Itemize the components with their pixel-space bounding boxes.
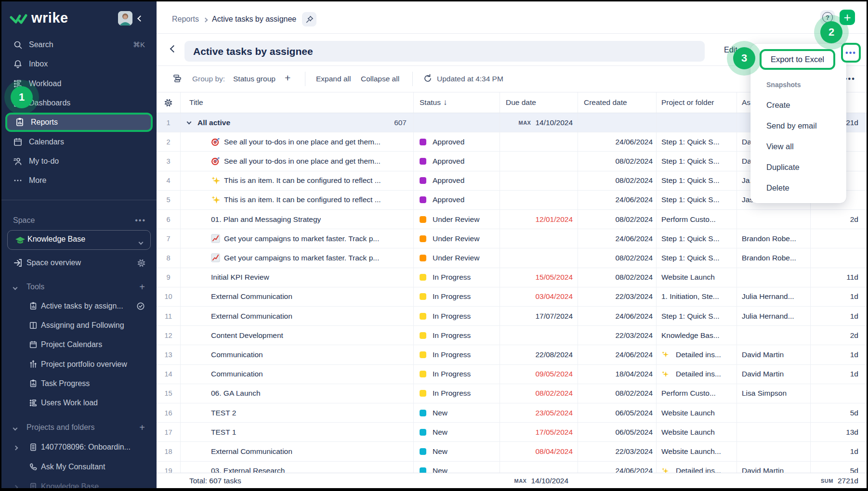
- sidebar-project--onboardin-[interactable]: 1407708096: Onboardin...: [1, 437, 157, 457]
- report-more-button[interactable]: •••: [841, 43, 861, 63]
- space-selector[interactable]: Knowledge Base: [7, 230, 151, 250]
- table-row[interactable]: 16TEST 2New23/05/202406/05/2024Website L…: [157, 403, 867, 423]
- group-by-label: Group by:: [192, 75, 225, 83]
- task-assignee: [737, 403, 811, 422]
- report-title-input[interactable]: Active tasks by assignee: [184, 41, 705, 62]
- sidebar-item-reports[interactable]: Reports: [5, 113, 153, 132]
- task-project: Perform Custo...: [657, 384, 737, 403]
- task-project: Step 1: Quick S...: [657, 248, 737, 267]
- table-row[interactable]: 17TEST 1New17/05/202406/05/2024Website L…: [157, 423, 867, 442]
- column-header-status[interactable]: Status ↓: [414, 92, 500, 113]
- add-project-icon[interactable]: +: [139, 422, 145, 433]
- table-row[interactable]: 12Content DevelopmentIn Progress22/03/20…: [157, 326, 867, 345]
- add-tool-icon[interactable]: +: [139, 282, 145, 293]
- sidebar-tool-task-progress[interactable]: Task Progress: [1, 374, 157, 393]
- row-number: 14: [157, 365, 181, 384]
- table-row[interactable]: 8Get your campaigns to market faster. Tr…: [157, 248, 867, 268]
- add-button[interactable]: +: [840, 10, 855, 25]
- task-due-date: 08/04/2024: [500, 442, 578, 461]
- row-number: 2: [157, 132, 181, 151]
- sidebar-item-inbox[interactable]: Inbox: [1, 54, 157, 74]
- collapse-all-button[interactable]: Collapse all: [361, 75, 399, 83]
- sidebar-item-my-to-do[interactable]: My to-do: [1, 152, 157, 171]
- sidebar-item-calendars[interactable]: Calendars: [1, 132, 157, 151]
- task-created-date: 18/04/2024: [578, 365, 657, 384]
- task-assignee: David Martin: [737, 365, 811, 384]
- table-row[interactable]: 7Get your campaigns to market faster. Tr…: [157, 229, 867, 248]
- export-to-excel-menu-item[interactable]: Export to Excel: [760, 49, 835, 70]
- table-row[interactable]: 18External CommunicationNew08/04/202422/…: [157, 442, 867, 461]
- task-assignee: Julia Hernand...: [737, 287, 811, 306]
- sparkles-emoji-icon: [661, 371, 669, 378]
- board-icon: [29, 321, 38, 330]
- back-button[interactable]: [171, 45, 176, 53]
- sidebar-item-search[interactable]: Search⌘K: [1, 35, 157, 54]
- sidebar-collapse-button[interactable]: [135, 14, 145, 24]
- table-row[interactable]: 11External CommunicationIn Progress17/07…: [157, 307, 867, 326]
- task-status: In Progress: [414, 268, 500, 287]
- task-title: Content Development: [181, 326, 414, 345]
- portfolio-icon: [29, 360, 38, 369]
- projects-list: 1407708096: Onboardin...Ask My Consultan…: [1, 437, 157, 488]
- space-settings-gear-icon[interactable]: [137, 258, 146, 268]
- row-number: 6: [157, 210, 181, 229]
- person-icon: [13, 156, 23, 166]
- avatar[interactable]: [118, 11, 132, 26]
- breadcrumb-reports-link[interactable]: Reports: [172, 15, 199, 24]
- column-header-due-date[interactable]: Due date: [500, 92, 578, 113]
- sidebar-tool-assigning-and-following[interactable]: Assigning and Following: [1, 316, 157, 335]
- sort-descending-icon: ↓: [443, 98, 447, 107]
- task-duration: 1d: [811, 345, 863, 364]
- sidebar-tool-project-calendars[interactable]: Project Calendars: [1, 335, 157, 354]
- column-settings-gear-icon[interactable]: [157, 92, 181, 113]
- task-project: Detailed ins...: [657, 345, 737, 364]
- search-icon: [13, 40, 23, 50]
- sidebar-project-knowledge-base[interactable]: Knowledge Base: [1, 477, 157, 488]
- task-duration: [811, 384, 863, 403]
- created-cell: [578, 113, 657, 132]
- menu-item-view-all[interactable]: View all: [766, 136, 794, 157]
- table-row[interactable]: 14CommunicationIn Progress09/05/202418/0…: [157, 365, 867, 384]
- sidebar-tool-project-portfolio-overview[interactable]: Project portfolio overview: [1, 355, 157, 374]
- task-duration: 1d: [811, 287, 863, 306]
- table-row[interactable]: 601. Plan and Messaging StrategyUnder Re…: [157, 210, 867, 229]
- menu-item-create[interactable]: Create: [766, 95, 790, 116]
- column-header-title[interactable]: Title: [181, 92, 414, 113]
- table-row[interactable]: 10External CommunicationIn Progress03/04…: [157, 287, 867, 307]
- tools-section-header[interactable]: Tools +: [1, 280, 157, 294]
- menu-item-delete[interactable]: Delete: [766, 178, 789, 198]
- table-row[interactable]: 1506. GA LaunchIn Progress08/02/202408/0…: [157, 384, 867, 403]
- table-row[interactable]: 13CommunicationIn Progress22/08/202424/0…: [157, 345, 867, 364]
- wrike-logo-icon: [10, 12, 29, 26]
- menu-item-duplicate[interactable]: Duplicate: [766, 157, 800, 178]
- expand-all-button[interactable]: Expand all: [316, 75, 351, 83]
- check-circle-icon: [136, 302, 145, 310]
- task-title: 06. GA Launch: [181, 384, 414, 403]
- column-header-created-date[interactable]: Created date: [578, 92, 657, 113]
- space-overview-item[interactable]: Space overview: [1, 256, 157, 270]
- sidebar-item-more[interactable]: More: [1, 171, 157, 190]
- space-more-icon[interactable]: •••: [135, 216, 146, 225]
- chevron-down-icon: [139, 237, 143, 246]
- more-icon: [13, 176, 23, 185]
- task-project: Step 1: Quick S...: [657, 191, 737, 209]
- projects-section-header[interactable]: Projects and folders +: [1, 420, 157, 435]
- sidebar-divider: [1, 200, 157, 200]
- table-row[interactable]: 9Initial KPI ReviewIn Progress15/05/2024…: [157, 268, 867, 287]
- task-due-date: 09/05/2024: [500, 365, 578, 384]
- pin-icon[interactable]: [302, 12, 316, 26]
- task-created-date: 22/03/2024: [578, 326, 657, 345]
- column-header-project-or-folder[interactable]: Project or folder: [657, 92, 737, 113]
- sidebar-tool-active-tasks-by-assign-[interactable]: Active tasks by assign...: [1, 297, 157, 316]
- menu-item-send-by-email[interactable]: Send by email: [766, 116, 817, 136]
- group-by-value[interactable]: Status group: [233, 75, 276, 83]
- task-due-date: 22/08/2024: [500, 345, 578, 364]
- task-due-date: 17/07/2024: [500, 307, 578, 325]
- refresh-icon[interactable]: [423, 74, 433, 83]
- task-status: Approved: [414, 191, 500, 209]
- add-group-by-icon[interactable]: +: [285, 72, 290, 84]
- task-status: Approved: [414, 152, 500, 170]
- task-status: Approved: [414, 171, 500, 190]
- sidebar-tool-users-work-load[interactable]: Users Work load: [1, 393, 157, 413]
- sidebar-project-ask-my-consultant[interactable]: Ask My Consultant: [1, 457, 157, 477]
